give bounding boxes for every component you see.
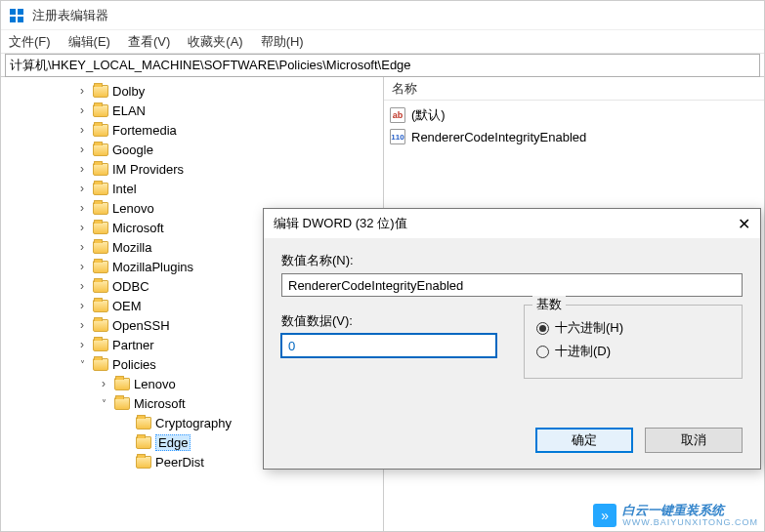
tree-item[interactable]: Fortemedia: [1, 120, 383, 140]
dialog-body: 数值名称(N): 数值数据(V): 基数 十六进制(H): [264, 238, 760, 428]
folder-icon: [93, 300, 108, 312]
radio-hex-label: 十六进制(H): [555, 319, 623, 337]
menu-favorites[interactable]: 收藏夹(A): [188, 33, 242, 51]
tree-item-label: Fortemedia: [112, 123, 177, 138]
expander-spacer: [118, 455, 132, 469]
value-name-label: 数值名称(N):: [281, 252, 743, 269]
tree-item[interactable]: Dolby: [1, 81, 383, 101]
tree-item-label: Cryptography: [155, 416, 232, 430]
tree-item-label: Intel: [112, 182, 137, 196]
list-item[interactable]: ab(默认): [386, 104, 762, 126]
radio-dec-label: 十进制(D): [555, 343, 611, 360]
tree-item-label: Lenovo: [112, 201, 154, 216]
folder-icon: [93, 85, 108, 98]
folder-icon: [136, 456, 151, 469]
tree-item-label: Policies: [112, 357, 156, 372]
list-item[interactable]: 110RendererCodeIntegrityEnabled: [386, 126, 762, 147]
tree-item-label: Dolby: [112, 84, 145, 99]
menu-view[interactable]: 查看(V): [128, 33, 170, 51]
expander-spacer: [118, 416, 132, 430]
dword-value-icon: 110: [390, 129, 405, 144]
radio-dec[interactable]: 十进制(D): [536, 343, 730, 360]
address-path[interactable]: 计算机\HKEY_LOCAL_MACHINE\SOFTWARE\Policies…: [5, 54, 760, 77]
window-title: 注册表编辑器: [32, 7, 108, 24]
radio-hex[interactable]: 十六进制(H): [536, 319, 730, 337]
chevron-right-icon[interactable]: [75, 201, 89, 215]
folder-icon: [114, 397, 130, 410]
list-item-label: (默认): [411, 106, 446, 124]
string-value-icon: ab: [390, 107, 405, 123]
chevron-right-icon[interactable]: [97, 377, 110, 390]
tree-item-label: Microsoft: [112, 221, 164, 235]
folder-icon: [93, 202, 108, 215]
chevron-right-icon[interactable]: [75, 221, 89, 234]
tree-item-label: PeerDist: [155, 455, 204, 470]
watermark-url: WWW.BAIYUNXITONG.COM: [622, 517, 758, 527]
tree-item-label: Partner: [112, 338, 154, 352]
value-name-input[interactable]: [281, 273, 743, 297]
chevron-right-icon[interactable]: [75, 260, 89, 273]
chevron-right-icon[interactable]: [75, 299, 89, 312]
ok-button[interactable]: 确定: [535, 428, 633, 453]
chevron-right-icon[interactable]: [75, 143, 89, 156]
tree-item-label: OEM: [112, 299, 142, 313]
tree-item-label: Mozilla: [112, 240, 151, 255]
folder-icon: [93, 280, 108, 293]
dialog-titlebar: 编辑 DWORD (32 位)值 ✕: [264, 209, 760, 238]
folder-icon: [93, 104, 108, 117]
folder-icon: [93, 339, 108, 351]
close-icon[interactable]: ✕: [738, 215, 750, 233]
chevron-right-icon[interactable]: [75, 279, 89, 293]
radio-dec-icon: [536, 346, 549, 358]
menubar: 文件(F) 编辑(E) 查看(V) 收藏夹(A) 帮助(H): [1, 30, 764, 54]
folder-icon: [136, 417, 151, 430]
watermark-text: 白云一键重装系统: [622, 504, 758, 517]
chevron-right-icon[interactable]: [75, 182, 89, 195]
value-data-label: 数值数据(V):: [281, 312, 496, 330]
cancel-button[interactable]: 取消: [645, 428, 743, 453]
expander-spacer: [118, 435, 132, 449]
folder-icon: [136, 436, 151, 449]
folder-icon: [93, 358, 108, 371]
folder-icon: [93, 222, 108, 234]
tree-item[interactable]: IM Providers: [1, 159, 383, 179]
chevron-right-icon[interactable]: [75, 318, 89, 332]
menu-help[interactable]: 帮助(H): [261, 33, 304, 51]
list-header-name[interactable]: 名称: [384, 77, 764, 101]
menu-file[interactable]: 文件(F): [9, 33, 51, 51]
menu-edit[interactable]: 编辑(E): [68, 33, 110, 51]
chevron-right-icon[interactable]: [75, 103, 89, 117]
chevron-right-icon[interactable]: [75, 338, 89, 351]
base-fieldset: 基数 十六进制(H) 十进制(D): [524, 305, 743, 379]
dialog-buttons: 确定 取消: [264, 428, 760, 469]
chevron-down-icon[interactable]: [75, 357, 89, 371]
titlebar: 注册表编辑器: [1, 1, 764, 30]
folder-icon: [93, 261, 108, 273]
tree-item-label: IM Providers: [112, 162, 184, 177]
chevron-down-icon[interactable]: [97, 396, 110, 410]
tree-item-label: ODBC: [112, 279, 149, 294]
folder-icon: [93, 163, 108, 176]
edit-dword-dialog: 编辑 DWORD (32 位)值 ✕ 数值名称(N): 数值数据(V): 基数 …: [263, 208, 761, 470]
tree-item-label: MozillaPlugins: [112, 260, 193, 274]
tree-item[interactable]: ELAN: [1, 101, 383, 120]
folder-icon: [114, 378, 130, 390]
app-icon: [9, 8, 24, 23]
chevron-right-icon[interactable]: [75, 84, 89, 98]
radio-hex-icon: [536, 322, 549, 335]
chevron-right-icon[interactable]: [75, 123, 89, 137]
value-data-input[interactable]: [281, 334, 496, 357]
tree-item[interactable]: Google: [1, 140, 383, 159]
chevron-right-icon[interactable]: [75, 162, 89, 176]
tree-item-label: Microsoft: [134, 396, 186, 411]
folder-icon: [93, 319, 108, 332]
chevron-right-icon[interactable]: [75, 240, 89, 254]
tree-item[interactable]: Intel: [1, 179, 383, 198]
regedit-window: 注册表编辑器 文件(F) 编辑(E) 查看(V) 收藏夹(A) 帮助(H) 计算…: [0, 0, 765, 532]
list-item-label: RendererCodeIntegrityEnabled: [411, 130, 586, 144]
tree-item-label: OpenSSH: [112, 318, 170, 333]
folder-icon: [93, 241, 108, 254]
folder-icon: [93, 124, 108, 137]
tree-item-label: Edge: [155, 434, 191, 451]
folder-icon: [93, 143, 108, 156]
